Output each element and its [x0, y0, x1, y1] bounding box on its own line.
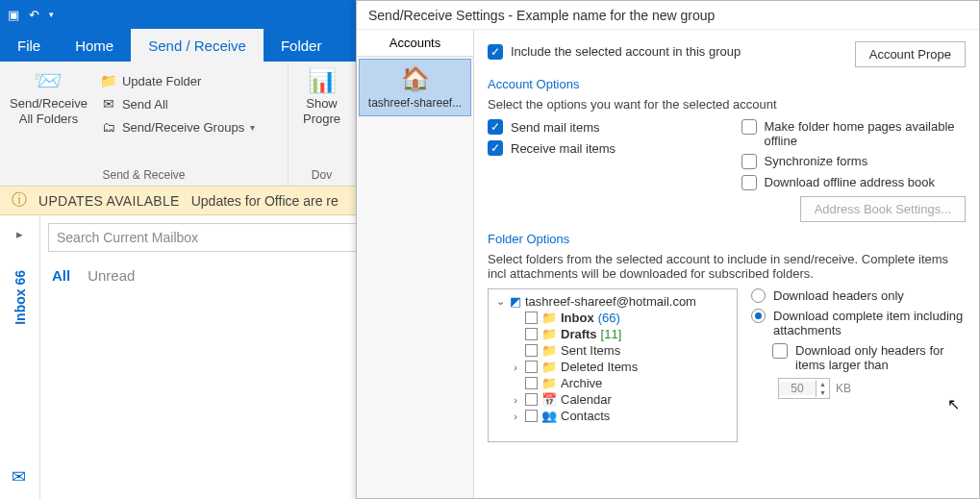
checkbox-icon[interactable]: [525, 393, 538, 406]
account-icon: 🏠: [364, 65, 466, 92]
ribbon-group2-label: Dov: [298, 166, 345, 184]
checkbox-icon: ✓: [488, 44, 503, 60]
show-progress-button[interactable]: 📊 Show Progre: [298, 67, 345, 126]
chevron-right-icon[interactable]: ›: [510, 362, 521, 373]
checkbox-icon[interactable]: [525, 344, 538, 357]
tree-calendar[interactable]: › 📅 Calendar: [494, 391, 731, 408]
exchange-icon: ◩: [510, 294, 521, 309]
download-options: Download headers only Download complete …: [751, 288, 966, 442]
account-item[interactable]: 🏠 tashreef-shareef...: [359, 59, 471, 116]
send-receive-settings-dialog: Send/Receive Settings - Example name for…: [356, 0, 980, 499]
chevron-right-icon[interactable]: ›: [510, 394, 521, 406]
download-complete-radio[interactable]: Download complete item including attachm…: [751, 309, 966, 337]
calendar-icon: 📅: [541, 392, 557, 407]
tree-inbox-count: (66): [598, 311, 620, 325]
tree-root-label: tashreef-shareef@hotmail.com: [525, 294, 696, 309]
tree-inbox[interactable]: 📁 Inbox (66): [494, 310, 731, 326]
tree-contacts-label: Contacts: [561, 409, 610, 423]
checkbox-icon[interactable]: [525, 410, 538, 422]
nav-pane-collapsed: ▸ Inbox 66: [0, 215, 40, 499]
dl-large-label: Download only headers for items larger t…: [795, 343, 966, 372]
size-input: [779, 382, 816, 395]
checkbox-icon: [741, 119, 757, 135]
send-receive-all-button[interactable]: 📨 Send/Receive All Folders: [10, 67, 88, 137]
tree-calendar-label: Calendar: [561, 392, 612, 407]
checkbox-icon[interactable]: [525, 328, 538, 340]
checkbox-icon: [741, 175, 757, 190]
update-folder-label: Update Folder: [122, 74, 201, 88]
mail-module-icon[interactable]: ✉: [12, 466, 26, 487]
download-large-checkbox[interactable]: Download only headers for items larger t…: [772, 343, 966, 372]
tree-drafts[interactable]: 📁 Drafts [11]: [494, 326, 731, 342]
download-oab-checkbox[interactable]: Download offline address book: [741, 175, 967, 190]
filter-unread[interactable]: Unread: [88, 267, 135, 284]
tree-archive[interactable]: 📁 Archive: [494, 375, 731, 391]
tree-contacts[interactable]: › 👥 Contacts: [494, 408, 731, 424]
checkbox-icon: [772, 343, 788, 359]
accounts-column: Accounts 🏠 tashreef-shareef...: [357, 30, 474, 498]
account-name-label: tashreef-shareef...: [368, 96, 462, 110]
receive-mail-checkbox[interactable]: ✓ Receive mail items: [488, 140, 713, 156]
home-pages-label: Make folder home pages available offline: [765, 119, 967, 148]
info-title: UPDATES AVAILABLE: [38, 193, 180, 209]
spin-up-icon[interactable]: ▲: [817, 380, 829, 388]
spin-down-icon[interactable]: ▼: [817, 388, 829, 397]
tree-root[interactable]: ⌄ ◩ tashreef-shareef@hotmail.com: [494, 293, 731, 310]
home-pages-checkbox[interactable]: Make folder home pages available offline: [741, 119, 967, 148]
groups-icon: 🗂: [101, 119, 116, 135]
download-headers-only-radio[interactable]: Download headers only: [751, 288, 966, 303]
tree-deleted[interactable]: › 📁 Deleted Items: [494, 359, 731, 375]
qatoolbar-dropdown-icon[interactable]: ▾: [49, 10, 54, 19]
tree-drafts-label: Drafts: [561, 327, 597, 341]
send-all-button[interactable]: ✉ Send All: [101, 94, 255, 113]
checkbox-icon[interactable]: [525, 361, 538, 373]
chevron-right-icon[interactable]: ›: [510, 411, 521, 422]
settings-column: ✓ Include the selected account in this g…: [474, 30, 979, 498]
send-receive-all-label: Send/Receive All Folders: [10, 96, 88, 126]
tree-drafts-count: [11]: [601, 327, 622, 341]
account-properties-button[interactable]: Account Prope: [855, 41, 966, 67]
update-folder-button[interactable]: 📁 Update Folder: [101, 71, 255, 90]
account-options-heading: Account Options: [488, 77, 966, 91]
contacts-icon: 👥: [541, 409, 557, 423]
tab-send-receive[interactable]: Send / Receive: [131, 29, 264, 62]
expand-nav-icon[interactable]: ▸: [16, 227, 23, 241]
dl-complete-label: Download complete item including attachm…: [773, 309, 966, 337]
folder-icon: 📁: [541, 376, 557, 390]
include-account-checkbox[interactable]: ✓ Include the selected account in this g…: [488, 44, 741, 60]
tree-sent-label: Sent Items: [561, 343, 620, 358]
send-mail-label: Send mail items: [511, 120, 599, 135]
radio-icon: [751, 288, 766, 303]
nav-inbox-label[interactable]: Inbox 66: [13, 261, 28, 335]
folder-options-heading: Folder Options: [488, 232, 966, 246]
tab-home[interactable]: Home: [58, 29, 131, 62]
filter-all[interactable]: All: [52, 267, 70, 284]
progress-icon: 📊: [307, 67, 338, 94]
kb-label: KB: [836, 382, 851, 395]
sync-forms-checkbox[interactable]: Synchronize forms: [741, 154, 967, 169]
tree-inbox-label: Inbox: [561, 311, 594, 325]
send-all-icon: ✉: [101, 96, 116, 112]
sr-groups-label: Send/Receive Groups: [122, 120, 244, 135]
address-book-settings-button: Address Book Settings...: [800, 196, 966, 222]
checkbox-icon: ✓: [488, 119, 503, 135]
checkbox-icon[interactable]: [525, 377, 538, 389]
account-options-subtext: Select the options you want for the sele…: [488, 97, 966, 112]
include-account-label: Include the selected account in this gro…: [511, 44, 741, 59]
send-mail-checkbox[interactable]: ✓ Send mail items: [488, 119, 713, 135]
info-icon: ⓘ: [12, 190, 27, 211]
tab-file[interactable]: File: [0, 29, 58, 62]
undo-icon[interactable]: ↶: [29, 8, 39, 22]
tab-folder[interactable]: Folder: [264, 29, 339, 62]
tree-sent[interactable]: 📁 Sent Items: [494, 342, 731, 359]
send-receive-groups-button[interactable]: 🗂 Send/Receive Groups ▾: [101, 117, 255, 137]
cursor-icon: ↖: [947, 395, 960, 413]
folder-icon: 📁: [541, 343, 557, 358]
ribbon-group-label: Send & Receive: [10, 166, 278, 184]
update-folder-icon: 📁: [101, 73, 116, 88]
size-spinner[interactable]: ▲ ▼: [778, 378, 830, 399]
chevron-down-icon[interactable]: ⌄: [494, 295, 506, 308]
info-text: Updates for Office are re: [191, 193, 339, 209]
checkbox-icon[interactable]: [525, 312, 538, 324]
folder-tree[interactable]: ⌄ ◩ tashreef-shareef@hotmail.com 📁 Inbox…: [488, 288, 738, 442]
